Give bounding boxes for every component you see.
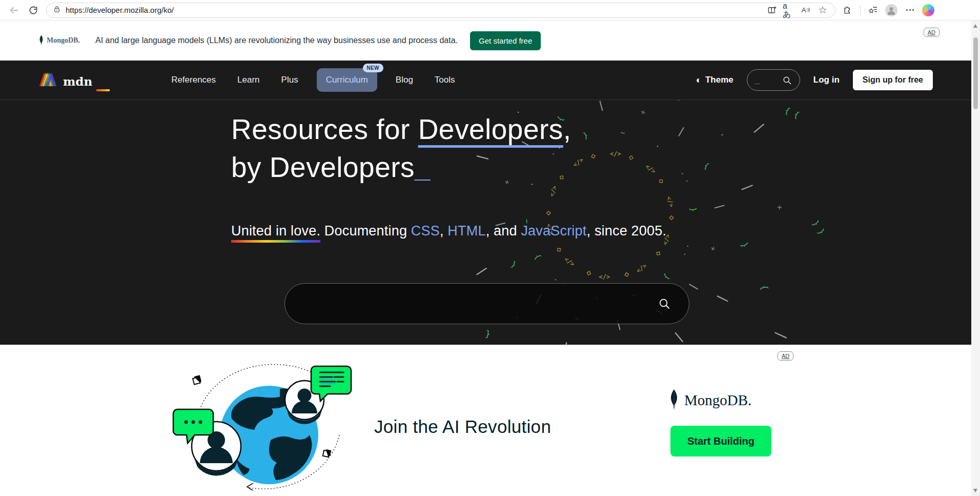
svg-text:{: {	[702, 161, 710, 171]
ad-headline: Join the AI Revolution	[374, 416, 551, 437]
toolbar-divider	[860, 5, 861, 15]
svg-text:◇: ◇	[543, 211, 553, 215]
mdn-wordmark: mdn	[63, 75, 92, 87]
log-in-link[interactable]: Log in	[813, 75, 840, 85]
mongodb-leaf-icon	[38, 35, 44, 46]
translate-icon[interactable]: aあ	[783, 4, 795, 16]
svg-text:×: ×	[640, 108, 646, 117]
svg-text:/: /	[687, 283, 701, 291]
title-comma: ,	[563, 113, 571, 145]
svg-text:/: /	[560, 340, 572, 345]
read-aloud-icon[interactable]: A	[800, 4, 812, 16]
svg-text:</>: </>	[610, 150, 621, 157]
ad-label-badge[interactable]: AD	[778, 351, 793, 361]
new-badge: NEW	[363, 64, 383, 72]
mongodb-logo: MongoDB.	[668, 389, 751, 411]
lock-icon	[53, 5, 61, 15]
svg-text:</>: </>	[563, 256, 576, 268]
get-started-free-button[interactable]: Get started free	[470, 31, 541, 50]
search-icon	[782, 75, 792, 85]
settings-menu-icon[interactable]	[904, 4, 916, 16]
svg-text:/: /	[712, 200, 727, 213]
svg-text:}: }	[532, 252, 542, 261]
extensions-icon[interactable]	[842, 4, 854, 16]
hero-tagline: United in love. Documenting CSS, HTML, a…	[231, 223, 666, 239]
svg-text:}: }	[688, 207, 698, 212]
svg-text:×: ×	[774, 203, 785, 212]
theme-label: Theme	[705, 75, 733, 85]
scroll-up-icon[interactable]	[973, 24, 977, 28]
page-scrollbar[interactable]	[971, 21, 980, 496]
svg-text:} }: } }	[810, 219, 827, 236]
start-building-button[interactable]: Start Building	[670, 426, 771, 457]
back-icon[interactable]	[7, 4, 21, 17]
svg-text:</>: </>	[599, 273, 610, 281]
hero-search-bar[interactable]	[284, 283, 689, 324]
javascript-link[interactable]: JavaScript	[521, 223, 586, 239]
browser-toolbar: https://developer.mozilla.org/ko/ aあ A ☆	[0, 0, 980, 21]
svg-text:</>: </>	[571, 156, 585, 169]
svg-text:/: /	[715, 294, 730, 303]
scroll-down-icon[interactable]	[973, 489, 977, 492]
search-cursor: _	[755, 75, 760, 86]
scrollbar-thumb[interactable]	[973, 37, 978, 109]
search-icon[interactable]	[658, 297, 670, 310]
bottom-ad-section: AD	[0, 345, 971, 496]
svg-text:/: /	[474, 263, 489, 281]
tagline-text: , and	[486, 223, 521, 239]
nav-item-blog[interactable]: Blog	[396, 75, 413, 85]
svg-text:</>: </>	[635, 262, 648, 274]
svg-text:~: ~	[620, 128, 625, 137]
svg-text:{ {: { {	[783, 105, 801, 120]
copilot-icon[interactable]	[922, 4, 934, 16]
refresh-icon[interactable]	[27, 4, 40, 17]
developers-link[interactable]: Developers	[418, 113, 563, 145]
nav-item-learn[interactable]: Learn	[237, 75, 259, 85]
theme-button[interactable]: ◐ Theme	[696, 75, 733, 85]
svg-text:◇: ◇	[654, 249, 664, 259]
svg-text:/: /	[678, 125, 685, 138]
title-text: Resources for	[231, 113, 418, 145]
sign-up-button[interactable]: Sign up for free	[853, 70, 933, 90]
svg-text:</>: </>	[644, 163, 657, 175]
split-screen-icon[interactable]	[766, 4, 778, 16]
mdn-logo[interactable]: mdn	[38, 73, 110, 87]
svg-text:}: }	[739, 241, 750, 249]
mongodb-mini-logo[interactable]: MongoDB.	[38, 35, 80, 46]
banner-message: AI and large language models (LLMs) are …	[95, 36, 458, 45]
svg-text:/: /	[739, 179, 756, 196]
svg-text:◇: ◇	[657, 176, 667, 186]
svg-text:{: {	[759, 284, 770, 291]
svg-text:·: ·	[718, 129, 726, 140]
hero-search-input[interactable]	[303, 297, 658, 310]
nav-item-plus[interactable]: Plus	[281, 75, 298, 85]
url-text[interactable]: https://developer.mozilla.org/ko/	[66, 6, 174, 14]
svg-text:◇: ◇	[623, 270, 630, 281]
css-link[interactable]: CSS	[411, 223, 440, 239]
mongodb-leaf-icon	[668, 389, 680, 411]
hero-title: Resources for Developers, by Developers_	[231, 110, 571, 186]
html-link[interactable]: HTML	[447, 223, 485, 239]
svg-text:· ·: · ·	[680, 243, 692, 257]
curriculum-label: Curriculum	[326, 75, 368, 85]
mdn-navbar: mdn References Learn Plus Curriculum NEW…	[0, 61, 971, 100]
svg-text:/: /	[752, 118, 767, 137]
nav-item-curriculum[interactable]: Curriculum NEW	[317, 68, 377, 92]
profile-avatar[interactable]	[885, 4, 897, 16]
tagline-text: , since 2005.	[586, 223, 666, 239]
united-in-love-text: United in love.	[231, 223, 320, 243]
svg-text:◇: ◇	[667, 215, 677, 220]
nav-item-references[interactable]: References	[171, 75, 216, 85]
ad-label-badge[interactable]: AD	[924, 28, 940, 37]
svg-text:◇: ◇	[554, 246, 564, 255]
nav-item-tools[interactable]: Tools	[435, 75, 455, 85]
address-bar[interactable]: https://developer.mozilla.org/ko/ aあ A ☆	[46, 3, 835, 18]
favorite-star-icon[interactable]: ☆	[816, 4, 829, 16]
collections-icon[interactable]	[867, 4, 879, 16]
svg-text:◇: ◇	[589, 151, 597, 161]
page-content: MongoDB. AI and large language models (L…	[0, 21, 971, 496]
svg-text:/: /	[595, 100, 608, 113]
globe-community-illustration	[170, 358, 375, 494]
tagline-text: ,	[440, 223, 447, 239]
navbar-search-box[interactable]: _	[747, 69, 800, 91]
